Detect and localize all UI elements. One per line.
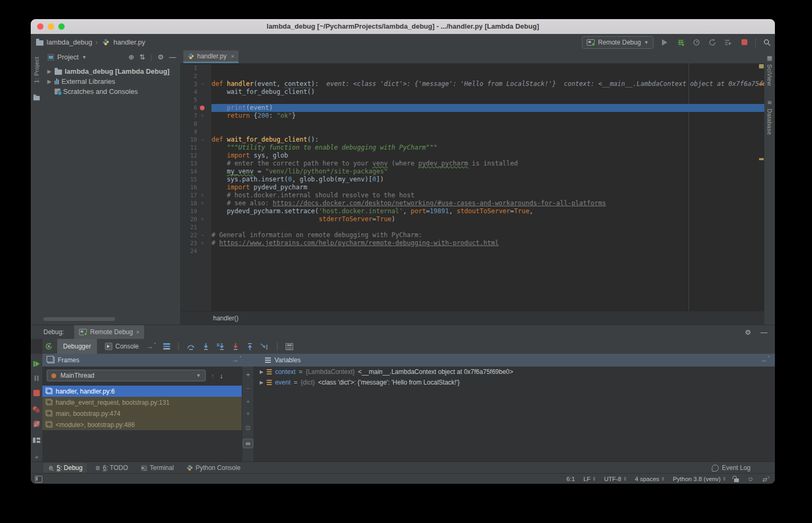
tab-debugger[interactable]: Debugger	[57, 339, 97, 354]
code-line[interactable]	[211, 120, 764, 128]
move-watch-up-icon[interactable]: ▲	[242, 398, 254, 404]
stop-button[interactable]	[739, 38, 749, 47]
gutter-line[interactable]: 23⌂	[180, 239, 211, 247]
code-editor[interactable]: 123−4567⌂8910−11121314151617⌂18⌂1920⌂212…	[180, 63, 764, 341]
add-watch-icon[interactable]: +	[242, 371, 254, 379]
fold-end-marker-icon[interactable]: ⌂	[197, 191, 208, 199]
line-ending-select[interactable]: LF⇕	[584, 476, 596, 482]
editor-tab-handler-py[interactable]: handler.py ×	[183, 50, 239, 63]
project-horizontal-scrollbar[interactable]	[43, 317, 115, 321]
close-session-icon[interactable]: ×	[136, 329, 139, 335]
scrollbar-warning-mark[interactable]	[759, 158, 764, 160]
gutter-line[interactable]: 4	[180, 88, 211, 96]
close-tab-icon[interactable]: ×	[231, 53, 234, 59]
mute-breakpoints-icon[interactable]	[31, 421, 42, 427]
gutter-line[interactable]: 15	[180, 176, 211, 184]
tool-button-event-log[interactable]: Event Log	[712, 462, 751, 474]
force-step-into-icon[interactable]	[232, 343, 239, 350]
tool-button-todo[interactable]: ≣ 6: TODO	[91, 463, 133, 473]
code-line[interactable]: """Utility function to enable debugging …	[211, 144, 764, 152]
gutter-line[interactable]: 17⌂	[180, 191, 211, 199]
code-line[interactable]	[211, 96, 764, 104]
editor-breadcrumbs[interactable]: handler()	[180, 311, 764, 325]
gutter-line[interactable]: 6	[180, 104, 211, 112]
gutter-line[interactable]: 12	[180, 152, 211, 160]
chevron-right-icon[interactable]: ▶	[47, 68, 52, 74]
breadcrumb-project[interactable]: lambda_debug	[47, 38, 92, 46]
variable-row[interactable]: ▶event={dict}<class 'dict'>: {'message':…	[253, 377, 775, 388]
run-to-cursor-icon[interactable]	[261, 343, 269, 350]
interpreter-select[interactable]: Python 3.8 (venv)⇕	[673, 476, 726, 482]
execution-line[interactable]: print(event)	[211, 104, 764, 112]
collapse-all-icon[interactable]: ⇅	[139, 53, 145, 61]
stop-button[interactable]	[31, 390, 42, 396]
show-execution-point-icon[interactable]: →*	[761, 356, 770, 363]
fold-marker-icon[interactable]: −	[197, 136, 208, 144]
pause-button[interactable]	[31, 376, 42, 381]
code-line[interactable]	[211, 223, 764, 231]
gutter-line[interactable]: 8	[180, 120, 211, 128]
duplicate-watch-icon[interactable]: ⧉	[242, 424, 254, 432]
code-line[interactable]: my_venv = "venv/lib/python*/site-package…	[211, 168, 764, 176]
step-into-icon[interactable]	[202, 343, 209, 350]
scrollbar-warning-mark[interactable]	[759, 83, 764, 85]
code-line[interactable]: # host.docker.internal should resolve to…	[211, 191, 764, 199]
debug-session-tab[interactable]: Remote Debug ×	[74, 325, 144, 339]
hide-panel-icon[interactable]: —	[169, 53, 176, 61]
run-with-coverage-icon[interactable]	[723, 38, 733, 47]
project-pane-title[interactable]: Project	[57, 53, 78, 61]
fold-marker-icon[interactable]: −	[197, 231, 208, 239]
stack-frame-row[interactable]: <module>, bootstrap.py:486	[42, 419, 242, 430]
evaluate-expression-icon[interactable]	[286, 343, 293, 350]
breadcrumb-file[interactable]: handler.py	[113, 38, 145, 46]
restore-layout-icon[interactable]	[31, 438, 42, 443]
tool-button-terminal[interactable]: >_ Terminal	[137, 463, 178, 473]
gutter-line[interactable]: 1	[180, 64, 211, 72]
gutter-line[interactable]: 21	[180, 223, 211, 231]
tool-window-switcher-icon[interactable]	[35, 476, 42, 483]
view-breakpoints-icon[interactable]	[31, 406, 42, 413]
project-stripe-folder-icon[interactable]	[31, 94, 42, 101]
stack-frame-row[interactable]: handle_event_request, bootstrap.py:131	[42, 397, 242, 408]
thread-select[interactable]: MainThread ▼	[47, 370, 206, 381]
run-configuration-select[interactable]: Remote Debug ▼	[582, 36, 654, 49]
show-execution-point-icon[interactable]: →*	[147, 343, 156, 350]
more-actions-icon[interactable]: »	[31, 454, 42, 460]
resume-button[interactable]	[31, 361, 42, 367]
attach-profiler-icon[interactable]	[692, 38, 701, 47]
variables-menu-icon[interactable]	[265, 358, 271, 363]
scrollbar-warning-mark[interactable]	[759, 64, 764, 68]
stack-frame-row[interactable]: main, bootstrap.py:474	[42, 408, 242, 419]
chevron-right-icon[interactable]: ▶	[260, 369, 263, 374]
gutter-line[interactable]: 5	[180, 96, 211, 104]
tree-item-external-libraries[interactable]: ▶ External Libraries	[42, 76, 180, 86]
gutter-line[interactable]: 7⌂	[180, 112, 211, 120]
gutter-line[interactable]: 16	[180, 184, 211, 191]
search-everywhere-icon[interactable]	[762, 38, 772, 47]
variable-row[interactable]: ▶context={LambdaContext}<__main__.Lambda…	[253, 367, 775, 377]
fold-end-marker-icon[interactable]: ⌂	[197, 112, 208, 120]
show-execution-point-icon[interactable]: →*	[232, 356, 241, 363]
tool-button-database[interactable]: Database	[764, 109, 775, 135]
tool-button-debug[interactable]: 5: Debug	[43, 463, 87, 473]
next-frame-icon[interactable]: ↓	[220, 372, 224, 380]
move-watch-down-icon[interactable]: ▼	[242, 411, 254, 416]
tab-console[interactable]: Console	[99, 339, 145, 354]
step-out-icon[interactable]	[246, 343, 253, 350]
code-line[interactable]: import sys, glob	[211, 152, 764, 160]
code-line[interactable]: pydevd_pycharm.settrace('host.docker.int…	[211, 207, 764, 215]
code-line[interactable]: import pydevd_pycharm	[211, 184, 764, 191]
show-watches-icon[interactable]: ∞	[242, 439, 254, 448]
gutter-line[interactable]: 18⌂	[180, 199, 211, 207]
fold-marker-icon[interactable]: −	[197, 80, 208, 88]
code-line[interactable]	[211, 247, 764, 255]
code-line[interactable]: return {200: "ok"}	[211, 112, 764, 120]
fold-end-marker-icon[interactable]: ⌂	[197, 239, 208, 247]
fold-end-marker-icon[interactable]: ⌂	[197, 199, 208, 207]
hide-panel-icon[interactable]: —	[761, 328, 767, 336]
gutter-line[interactable]: 13	[180, 160, 211, 168]
gutter-line[interactable]: 24	[180, 247, 211, 255]
inspections-profile-icon[interactable]: ☺	[747, 475, 754, 483]
code-line[interactable]: # enter the correct path here to your ve…	[211, 160, 764, 168]
tool-button-project[interactable]: 1: Project	[31, 57, 42, 83]
